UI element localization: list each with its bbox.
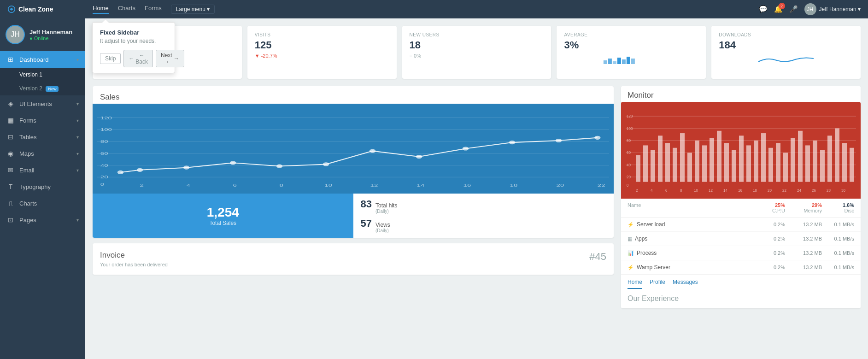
svg-text:100: 100 bbox=[627, 126, 633, 130]
svg-rect-81 bbox=[813, 141, 817, 182]
content-grid: Sales 120 100 80 60 bbox=[93, 86, 861, 308]
sidebar: JH Jeff Hanneman Online ⊞ Dashboard ▾ Ve… bbox=[0, 18, 85, 359]
process-name: Process bbox=[637, 250, 657, 256]
sidebar-item-ui-elements[interactable]: ◈ UI Elements ▾ bbox=[0, 95, 85, 112]
back-button[interactable]: ← ← Back bbox=[123, 50, 153, 67]
svg-point-39 bbox=[416, 155, 422, 159]
tab-messages[interactable]: Messages bbox=[673, 279, 698, 289]
topnav-links: Home Charts Forms Large menu ▾ bbox=[93, 5, 759, 14]
wamp-mem: 13.2 MB bbox=[785, 265, 822, 270]
svg-text:4: 4 bbox=[187, 183, 190, 188]
user-menu[interactable]: JH Jeff Hanneman ▾ bbox=[804, 3, 861, 15]
email-arrow: ▾ bbox=[76, 168, 79, 173]
svg-rect-67 bbox=[710, 138, 714, 182]
svg-text:120: 120 bbox=[100, 116, 112, 120]
process-cpu: 0.2% bbox=[748, 250, 785, 256]
sidebar-version2[interactable]: Version 2 New bbox=[0, 82, 85, 95]
views-label: Views bbox=[375, 222, 390, 228]
topnav-charts[interactable]: Charts bbox=[118, 5, 135, 14]
stat-downloads-value: 184 bbox=[719, 39, 853, 51]
topnav-avatar: JH bbox=[804, 3, 816, 15]
svg-point-37 bbox=[323, 162, 329, 166]
views-sub: (Daily) bbox=[375, 228, 390, 233]
bell-icon[interactable]: 🔔 2 bbox=[774, 5, 783, 13]
invoice-number: #45 bbox=[589, 251, 606, 263]
sidebar-item-tables[interactable]: ⊟ Tables ▾ bbox=[0, 129, 85, 145]
svg-text:30: 30 bbox=[841, 188, 845, 193]
topnav-home[interactable]: Home bbox=[93, 5, 109, 14]
svg-point-33 bbox=[137, 168, 143, 172]
svg-rect-72 bbox=[746, 145, 751, 182]
cpu-pct: 25% bbox=[748, 202, 785, 208]
invoice-sub: Your order has been delivered bbox=[100, 262, 168, 267]
forms-arrow: ▾ bbox=[76, 118, 79, 123]
disc-pct: 1.6% bbox=[822, 202, 854, 208]
brand-name: Clean Zone bbox=[18, 6, 53, 13]
sidebar-item-typography[interactable]: T Typography bbox=[0, 178, 85, 195]
monitor-title: Monitor bbox=[621, 86, 861, 102]
stat-visits-value: 125 bbox=[255, 39, 389, 51]
sidebar-item-label-maps: Maps bbox=[19, 150, 34, 157]
svg-rect-57 bbox=[636, 155, 640, 182]
topnav-forms[interactable]: Forms bbox=[145, 5, 162, 14]
svg-rect-77 bbox=[783, 153, 788, 182]
svg-rect-65 bbox=[695, 141, 699, 182]
tables-arrow: ▾ bbox=[76, 135, 79, 140]
sidebar-item-email[interactable]: ✉ Email ▾ bbox=[0, 162, 85, 178]
svg-rect-84 bbox=[835, 129, 839, 182]
svg-rect-71 bbox=[739, 135, 744, 182]
popover: Fixed Sidebar It adjust to your needs. S… bbox=[92, 22, 175, 73]
svg-point-36 bbox=[276, 164, 282, 168]
svg-rect-1 bbox=[604, 60, 607, 64]
tab-home[interactable]: Home bbox=[628, 279, 642, 289]
sales-line-chart: 120 100 80 60 40 20 0 2 4 6 8 10 12 bbox=[93, 104, 614, 194]
svg-point-35 bbox=[230, 161, 236, 165]
svg-text:18: 18 bbox=[753, 188, 757, 193]
svg-text:40: 40 bbox=[100, 163, 108, 168]
sidebar-item-dashboard[interactable]: ⊞ Dashboard ▾ bbox=[0, 51, 85, 68]
sidebar-status: Online bbox=[29, 35, 72, 41]
sidebar-item-forms[interactable]: ▦ Forms ▾ bbox=[0, 112, 85, 129]
svg-rect-7 bbox=[631, 59, 635, 64]
sidebar-item-label-ui: UI Elements bbox=[19, 100, 52, 107]
sidebar-item-label-pages: Pages bbox=[19, 217, 36, 224]
wamp-cpu: 0.2% bbox=[748, 265, 785, 270]
large-menu-button[interactable]: Large menu ▾ bbox=[171, 5, 215, 14]
apps-cpu: 0.2% bbox=[748, 236, 785, 241]
svg-point-42 bbox=[556, 139, 562, 142]
sales-stats-panel: 83 Total hits (Daily) 57 Views (Daily) bbox=[353, 194, 614, 238]
charts-icon: ⎍ bbox=[6, 200, 15, 207]
popover-actions: Skip ← ← Back Next → → bbox=[100, 50, 167, 67]
skip-button[interactable]: Skip bbox=[100, 53, 121, 64]
sidebar-item-label-charts: Charts bbox=[19, 200, 37, 207]
sidebar-item-charts[interactable]: ⎍ Charts bbox=[0, 195, 85, 212]
main-content: SALES $951,611 ▲ +13.5% VISITS 125 bbox=[85, 18, 868, 359]
svg-text:0: 0 bbox=[627, 183, 629, 188]
sidebar-username: Jeff Hanneman bbox=[29, 29, 72, 35]
svg-text:14: 14 bbox=[417, 183, 425, 188]
sidebar-user-info: Jeff Hanneman Online bbox=[29, 29, 72, 41]
sidebar-item-label-typography: Typography bbox=[19, 183, 51, 190]
svg-text:80: 80 bbox=[100, 139, 108, 144]
sidebar-avatar: JH bbox=[6, 25, 25, 44]
svg-rect-79 bbox=[798, 131, 803, 182]
sidebar-item-label-forms: Forms bbox=[19, 117, 36, 124]
mic-icon[interactable]: 🎤 bbox=[789, 5, 798, 13]
sidebar-item-maps[interactable]: ◉ Maps ▾ bbox=[0, 145, 85, 162]
sidebar-item-pages[interactable]: ⊡ Pages ▾ bbox=[0, 212, 85, 228]
sidebar-item-label-tables: Tables bbox=[19, 134, 37, 141]
pages-icon: ⊡ bbox=[6, 216, 15, 224]
sidebar-version1[interactable]: Version 1 bbox=[0, 68, 85, 82]
next-button[interactable]: Next → → bbox=[156, 50, 184, 67]
chat-icon[interactable]: 💬 bbox=[759, 5, 768, 13]
svg-text:24: 24 bbox=[797, 188, 801, 193]
svg-text:10: 10 bbox=[324, 183, 332, 188]
col-mem-label: Memory bbox=[785, 208, 822, 213]
svg-text:22: 22 bbox=[598, 183, 605, 188]
tab-profile[interactable]: Profile bbox=[650, 279, 665, 289]
total-hits-label: Total hits bbox=[375, 202, 397, 209]
svg-rect-63 bbox=[680, 133, 685, 182]
col-name-label: Name bbox=[628, 202, 748, 213]
bell-badge: 2 bbox=[779, 3, 785, 9]
process-disc: 0.1 MB/s bbox=[822, 250, 854, 256]
